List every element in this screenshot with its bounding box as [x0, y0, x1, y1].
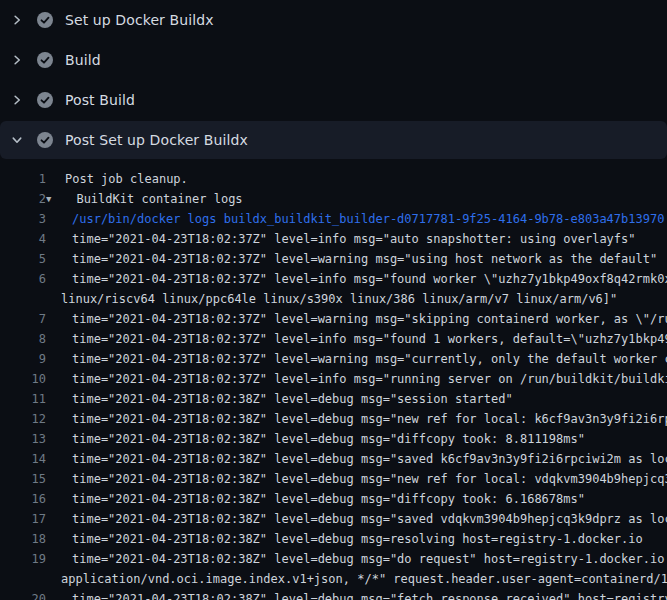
step-header-build[interactable]: Build — [0, 40, 667, 80]
log-line: 4 time="2021-04-23T18:02:37Z" level=info… — [0, 229, 667, 249]
log-group-title[interactable]: BuildKit container logs — [76, 189, 242, 209]
log-line: 17 time="2021-04-23T18:02:38Z" level=deb… — [0, 509, 667, 529]
log-line: 8 time="2021-04-23T18:02:37Z" level=info… — [0, 329, 667, 349]
log-text: time="2021-04-23T18:02:38Z" level=debug … — [72, 589, 667, 600]
log-text: time="2021-04-23T18:02:37Z" level=info m… — [72, 269, 667, 289]
log-text: time="2021-04-23T18:02:38Z" level=debug … — [72, 489, 585, 509]
log-text: time="2021-04-23T18:02:37Z" level=warnin… — [72, 309, 667, 329]
log-text: time="2021-04-23T18:02:37Z" level=info m… — [72, 329, 667, 349]
line-number[interactable]: 9 — [0, 349, 46, 369]
check-circle-icon — [37, 92, 53, 108]
line-number[interactable]: 17 — [0, 509, 46, 529]
log-line: 16 time="2021-04-23T18:02:38Z" level=deb… — [0, 489, 667, 509]
log-text: time="2021-04-23T18:02:38Z" level=debug … — [72, 529, 643, 549]
chevron-right-icon — [11, 94, 23, 106]
line-number[interactable]: 3 — [0, 209, 46, 229]
log-text: time="2021-04-23T18:02:38Z" level=debug … — [72, 429, 585, 449]
log-line: 18 time="2021-04-23T18:02:38Z" level=deb… — [0, 529, 667, 549]
check-circle-icon — [37, 132, 53, 148]
line-number[interactable]: 5 — [0, 249, 46, 269]
log-line: 13 time="2021-04-23T18:02:38Z" level=deb… — [0, 429, 667, 449]
step-label: Post Build — [65, 92, 135, 108]
log-text: time="2021-04-23T18:02:37Z" level=info m… — [72, 229, 636, 249]
check-circle-icon — [37, 52, 53, 68]
line-number[interactable]: 12 — [0, 409, 46, 429]
log-line: application/vnd.oci.image.index.v1+json,… — [0, 569, 667, 589]
line-number[interactable]: 19 — [0, 549, 46, 569]
log-text: time="2021-04-23T18:02:38Z" level=debug … — [72, 449, 667, 469]
log-group-caret-icon[interactable]: ▼ — [46, 189, 51, 209]
step-label: Set up Docker Buildx — [65, 12, 214, 28]
log-text: Post job cleanup. — [65, 169, 188, 189]
log-line: 12 time="2021-04-23T18:02:38Z" level=deb… — [0, 409, 667, 429]
line-number[interactable] — [0, 569, 46, 589]
step-header-post-build[interactable]: Post Build — [0, 80, 667, 120]
log-panel: 1 Post job cleanup. 2 ▼BuildKit containe… — [0, 160, 667, 600]
log-line: 10 time="2021-04-23T18:02:37Z" level=inf… — [0, 369, 667, 389]
log-text: time="2021-04-23T18:02:38Z" level=debug … — [72, 469, 667, 489]
chevron-right-icon — [11, 54, 23, 66]
log-line: 19 time="2021-04-23T18:02:38Z" level=deb… — [0, 549, 667, 569]
step-header-post-set-up-docker-buildx[interactable]: Post Set up Docker Buildx — [0, 121, 667, 159]
log-text: time="2021-04-23T18:02:38Z" level=debug … — [72, 509, 667, 529]
log-line: 5 time="2021-04-23T18:02:37Z" level=warn… — [0, 249, 667, 269]
log-line: 7 time="2021-04-23T18:02:37Z" level=warn… — [0, 309, 667, 329]
log-text: linux/riscv64 linux/ppc64le linux/s390x … — [61, 289, 617, 309]
log-line: 20 time="2021-04-23T18:02:38Z" level=deb… — [0, 589, 667, 600]
step-label: Post Set up Docker Buildx — [65, 132, 248, 148]
log-line: 11 time="2021-04-23T18:02:38Z" level=deb… — [0, 389, 667, 409]
log-line: 2 ▼BuildKit container logs — [0, 189, 667, 209]
line-number[interactable]: 4 — [0, 229, 46, 249]
log-text: time="2021-04-23T18:02:37Z" level=warnin… — [72, 249, 657, 269]
line-number[interactable]: 18 — [0, 529, 46, 549]
line-number[interactable]: 10 — [0, 369, 46, 389]
line-number[interactable]: 15 — [0, 469, 46, 489]
log-text: time="2021-04-23T18:02:38Z" level=debug … — [72, 389, 513, 409]
step-header-set-up-docker-buildx[interactable]: Set up Docker Buildx — [0, 0, 667, 40]
log-text: time="2021-04-23T18:02:37Z" level=info m… — [72, 369, 667, 389]
check-circle-icon — [37, 12, 53, 28]
line-number[interactable] — [0, 289, 46, 309]
chevron-down-icon — [11, 134, 23, 146]
step-label: Build — [65, 52, 101, 68]
log-line: linux/riscv64 linux/ppc64le linux/s390x … — [0, 289, 667, 309]
line-number[interactable]: 11 — [0, 389, 46, 409]
line-number[interactable]: 13 — [0, 429, 46, 449]
steps-panel: Set up Docker Buildx Build Post Build Po… — [0, 0, 667, 159]
line-number[interactable]: 16 — [0, 489, 46, 509]
log-line: 6 time="2021-04-23T18:02:37Z" level=info… — [0, 269, 667, 289]
log-line: 9 time="2021-04-23T18:02:37Z" level=warn… — [0, 349, 667, 369]
line-number[interactable]: 6 — [0, 269, 46, 289]
line-number[interactable]: 2 — [0, 189, 46, 209]
log-text: application/vnd.oci.image.index.v1+json,… — [61, 569, 667, 589]
line-number[interactable]: 14 — [0, 449, 46, 469]
log-line: 3 /usr/bin/docker logs buildx_buildkit_b… — [0, 209, 667, 229]
log-line: 14 time="2021-04-23T18:02:38Z" level=deb… — [0, 449, 667, 469]
log-text: time="2021-04-23T18:02:38Z" level=debug … — [72, 409, 667, 429]
line-number[interactable]: 8 — [0, 329, 46, 349]
line-number[interactable]: 7 — [0, 309, 46, 329]
log-text: time="2021-04-23T18:02:37Z" level=warnin… — [72, 349, 667, 369]
chevron-right-icon — [11, 14, 23, 26]
command-text: /usr/bin/docker logs buildx_buildkit_bui… — [72, 209, 664, 229]
log-line: 15 time="2021-04-23T18:02:38Z" level=deb… — [0, 469, 667, 489]
log-line: 1 Post job cleanup. — [0, 169, 667, 189]
log-text: time="2021-04-23T18:02:38Z" level=debug … — [72, 549, 667, 569]
line-number[interactable]: 1 — [0, 169, 46, 189]
line-number[interactable]: 20 — [0, 589, 46, 600]
